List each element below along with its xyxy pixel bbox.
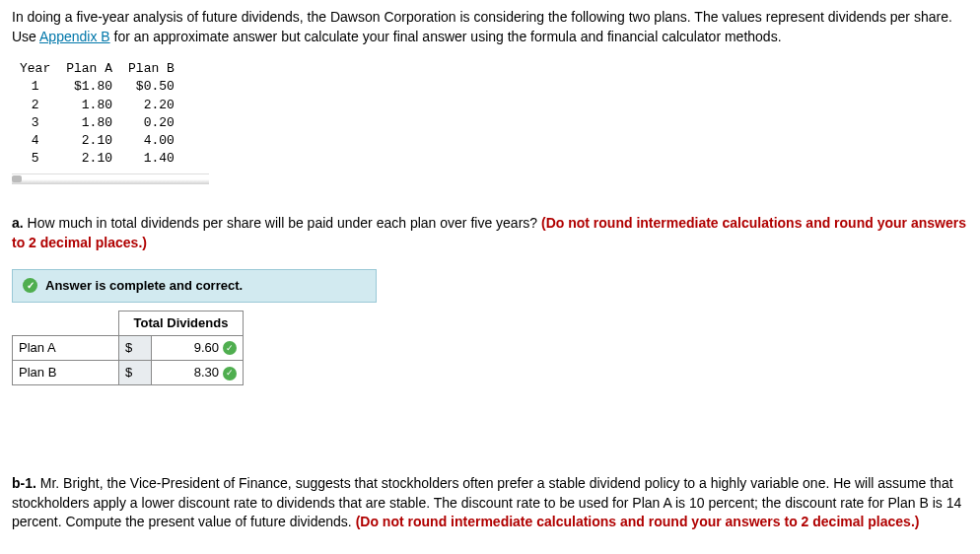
answer-value: 8.30✓ xyxy=(152,361,244,385)
cell-plan-b: 0.20 xyxy=(120,114,182,132)
cell-plan-b: 1.40 xyxy=(120,150,182,168)
cell-plan-b: 2.20 xyxy=(120,97,182,114)
answer-label: Plan A xyxy=(13,335,119,360)
intro-text-2: for an approximate answer but calculate … xyxy=(110,29,782,44)
answer-currency: $ xyxy=(119,361,152,385)
answer-row: Plan B $ 8.30✓ xyxy=(13,361,244,385)
section-b: b-1. Mr. Bright, the Vice-President of F… xyxy=(12,474,968,532)
col-header-plan-a: Plan A xyxy=(58,60,120,78)
cell-year: 4 xyxy=(12,132,58,150)
cell-plan-a: 1.80 xyxy=(58,114,120,132)
section-a-label: a. xyxy=(12,215,24,231)
cell-year: 3 xyxy=(12,114,58,132)
check-icon: ✓ xyxy=(223,341,237,355)
cell-plan-b: $0.50 xyxy=(120,78,182,96)
section-a: a. How much in total dividends per share… xyxy=(12,214,968,252)
cell-plan-a: 2.10 xyxy=(58,150,120,168)
col-header-plan-b: Plan B xyxy=(120,60,182,78)
table-row: 2 1.80 2.20 xyxy=(12,97,182,114)
table-row: 4 2.10 4.00 xyxy=(12,132,182,150)
dividend-plan-table: Year Plan A Plan B 1 $1.80 $0.50 2 1.80 … xyxy=(12,60,182,168)
section-b-label: b-1. xyxy=(12,475,36,491)
cell-year: 1 xyxy=(12,78,58,96)
section-b-note: (Do not round intermediate calculations … xyxy=(356,514,920,529)
answer-row: Plan A $ 9.60✓ xyxy=(13,335,244,360)
cell-year: 5 xyxy=(12,150,58,168)
answer-status-banner: ✓ Answer is complete and correct. xyxy=(12,269,377,303)
answer-currency: $ xyxy=(119,335,152,360)
appendix-b-link[interactable]: Appendix B xyxy=(39,29,110,44)
cell-plan-a: $1.80 xyxy=(58,78,120,96)
answer-value: 9.60✓ xyxy=(152,335,244,360)
cell-plan-a: 1.80 xyxy=(58,97,120,114)
check-icon: ✓ xyxy=(223,367,237,381)
col-header-year: Year xyxy=(12,60,58,78)
check-icon: ✓ xyxy=(23,278,37,293)
table-scrollbar[interactable] xyxy=(12,173,209,184)
table-row: 3 1.80 0.20 xyxy=(12,114,182,132)
cell-plan-a: 2.10 xyxy=(58,132,120,150)
section-a-question: How much in total dividends per share wi… xyxy=(24,215,541,231)
intro-paragraph: In doing a five-year analysis of future … xyxy=(12,8,968,46)
answer-header: Total Dividends xyxy=(119,311,244,335)
answer-status-text: Answer is complete and correct. xyxy=(45,277,243,295)
answer-label: Plan B xyxy=(13,361,119,385)
table-row: 1 $1.80 $0.50 xyxy=(12,78,182,96)
blank-cell xyxy=(13,311,119,335)
table-row: 5 2.10 1.40 xyxy=(12,150,182,168)
cell-plan-b: 4.00 xyxy=(120,132,182,150)
answer-table: Total Dividends Plan A $ 9.60✓ Plan B $ … xyxy=(12,311,244,386)
cell-year: 2 xyxy=(12,97,58,114)
